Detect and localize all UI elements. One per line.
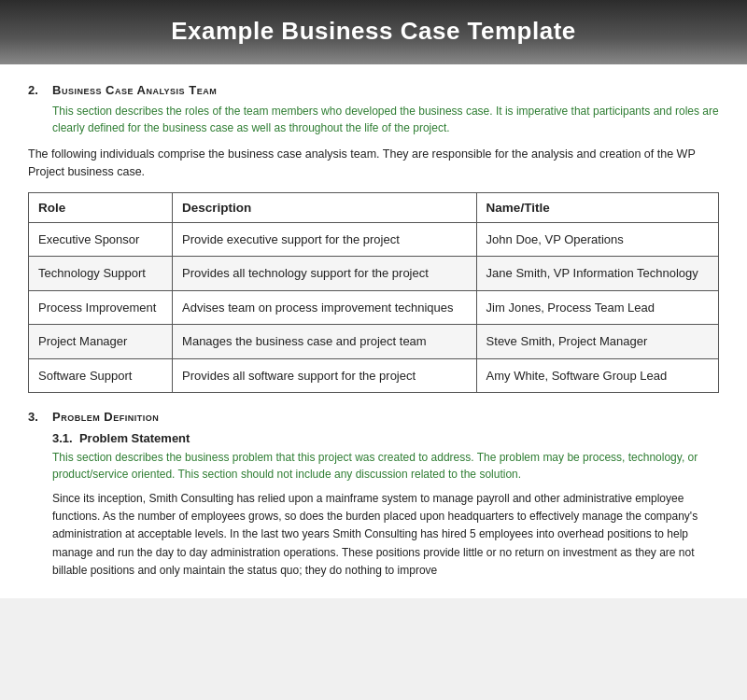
cell-role: Executive Sponsor (29, 222, 173, 257)
section2-number: 2. (28, 83, 45, 97)
cell-description: Manages the business case and project te… (173, 325, 477, 359)
cell-name: Jim Jones, Process Team Lead (476, 290, 718, 325)
subsection-description: This section describes the business prob… (52, 449, 719, 483)
cell-description: Advises team on process improvement tech… (173, 290, 477, 325)
section3-title: Problem Definition (52, 410, 159, 424)
subsection-title: 3.1. Problem Statement (52, 431, 719, 445)
page-wrapper: Example Business Case Template 2. Busine… (0, 0, 747, 700)
cell-name: Amy White, Software Group Lead (476, 358, 718, 393)
cell-role: Process Improvement (29, 290, 173, 325)
cell-role: Project Manager (29, 325, 173, 359)
page-title: Example Business Case Template (171, 17, 576, 45)
section3-header: 3. Problem Definition (28, 410, 719, 424)
cell-name: Jane Smith, VP Information Technology (476, 257, 718, 291)
table-row: Project ManagerManages the business case… (29, 325, 719, 359)
cell-description: Provides all software support for the pr… (173, 358, 477, 393)
section2-header: 2. Business Case Analysis Team (28, 83, 719, 97)
cell-description: Provide executive support for the projec… (173, 222, 477, 257)
roles-table: Role Description Name/Title Executive Sp… (28, 192, 719, 394)
col-header-description: Description (173, 192, 477, 222)
section3-number: 3. (28, 410, 45, 424)
table-row: Software SupportProvides all software su… (29, 358, 719, 393)
col-header-role: Role (29, 192, 173, 222)
cell-description: Provides all technology support for the … (173, 257, 477, 291)
page-header: Example Business Case Template (0, 0, 747, 64)
subsection-heading: Problem Statement (79, 431, 190, 445)
section2-description: This section describes the roles of the … (52, 103, 719, 136)
cell-name: John Doe, VP Operations (476, 222, 718, 257)
section2-title: Business Case Analysis Team (52, 83, 217, 97)
table-row: Executive SponsorProvide executive suppo… (29, 222, 719, 257)
subsection-body: Since its inception, Smith Consulting ha… (52, 490, 719, 580)
col-header-name: Name/Title (476, 192, 718, 222)
content-area: 2. Business Case Analysis Team This sect… (0, 64, 747, 598)
subsection-number: 3.1. (52, 431, 73, 445)
table-row: Process ImprovementAdvises team on proce… (29, 290, 719, 325)
cell-role: Software Support (29, 358, 173, 393)
cell-name: Steve Smith, Project Manager (476, 325, 718, 359)
section2-intro: The following individuals comprise the b… (28, 146, 719, 181)
table-row: Technology SupportProvides all technolog… (29, 257, 719, 291)
cell-role: Technology Support (29, 257, 173, 291)
subsection-3-1: 3.1. Problem Statement This section desc… (52, 431, 719, 580)
section3: 3. Problem Definition 3.1. Problem State… (28, 410, 719, 580)
